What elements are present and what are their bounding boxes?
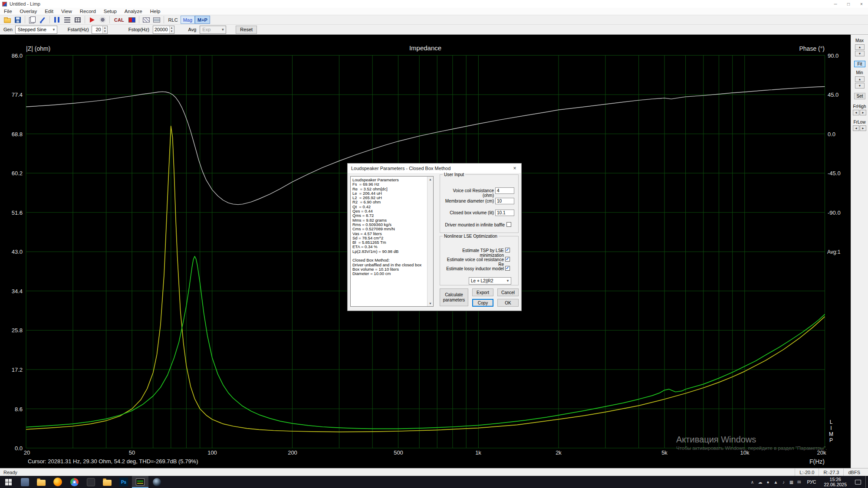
chrome-icon[interactable] (66, 476, 82, 488)
cal-button[interactable]: CAL (112, 16, 127, 24)
min-up-icon[interactable]: ▲ (855, 76, 865, 82)
folder-icon[interactable] (99, 476, 115, 488)
menu-view[interactable]: View (57, 9, 76, 14)
ok-button[interactable]: OK (497, 299, 519, 307)
closed-box-volume-label: Closed box volume (lit) (442, 210, 494, 215)
action-center-icon[interactable] (851, 476, 865, 488)
generator-select[interactable]: Stepped Sine ▼ (15, 26, 57, 34)
menu-setup[interactable]: Setup (100, 9, 121, 14)
minimize-button[interactable]: ─ (829, 0, 842, 8)
spin-up-icon[interactable]: ▲ (170, 26, 174, 30)
cloud-icon[interactable]: ☁ (756, 476, 764, 488)
limp-taskbar-icon[interactable] (132, 476, 148, 488)
list-view-icon[interactable] (62, 15, 72, 24)
estimate-re-checkbox[interactable] (505, 257, 510, 262)
parameters-list[interactable]: Loudspeaker Parameters Fs = 69.96 Hz Re … (350, 176, 434, 307)
f-tick: 500 (394, 449, 403, 456)
set-button[interactable]: Set (854, 93, 865, 99)
closed-box-volume-input[interactable]: 10.1 (495, 210, 514, 216)
record-play-icon[interactable] (87, 15, 97, 24)
photoshop-icon[interactable]: Ps (115, 476, 132, 488)
firefox-icon[interactable] (49, 476, 66, 488)
z-tick: 60.2 (1, 170, 23, 177)
channel-color-icon[interactable] (127, 15, 137, 24)
calculate-parameters-button[interactable]: Calculate parameters (440, 288, 468, 306)
language-indicator[interactable]: РУС (803, 479, 820, 485)
estimate-re-label: Estimate voice coil resistance Re (442, 257, 504, 267)
close-button[interactable]: × (855, 0, 868, 8)
edit-pen-icon[interactable] (37, 15, 48, 24)
avg-value: Exp (202, 27, 210, 32)
volume-icon[interactable]: ♪ (779, 476, 787, 488)
dialog-title-bar[interactable]: Loudspeaker Parameters - Closed Box Meth… (348, 164, 521, 173)
estimate-tsp-checkbox[interactable] (505, 248, 510, 252)
clock[interactable]: 15:26 22.06.2025 (820, 477, 851, 487)
mag-button[interactable]: Mag (181, 16, 195, 24)
spin-up-icon[interactable]: ▲ (103, 26, 107, 30)
parameters-scrollbar[interactable]: ▲ ▼ (427, 177, 433, 306)
mail-icon[interactable]: ✉ (795, 476, 803, 488)
menu-help[interactable]: Help (146, 9, 164, 14)
phase-tick: 90.0 (828, 52, 838, 59)
gear-icon[interactable] (97, 15, 108, 24)
inductor-model-select[interactable]: Le + L2||R2 ▼ (469, 277, 511, 285)
save-icon[interactable] (13, 15, 23, 24)
min-label: Min (851, 70, 868, 75)
copy-button[interactable]: Copy (472, 299, 493, 307)
frhigh-left-icon[interactable]: ◄ (853, 110, 859, 115)
menu-overlay[interactable]: Overlay (16, 9, 41, 14)
start-button[interactable] (0, 476, 16, 488)
membrane-diameter-input[interactable]: 10 (495, 198, 514, 204)
taskbar-app-icon-2[interactable] (82, 476, 99, 488)
scroll-down-icon[interactable]: ▼ (427, 301, 433, 306)
menu-analyze[interactable]: Analyze (121, 9, 146, 14)
hidden-icons-chevron-icon[interactable]: ∧ (748, 476, 756, 488)
dialog-close-icon[interactable]: × (508, 164, 521, 173)
open-icon[interactable] (2, 15, 13, 24)
overlay-lines-icon[interactable] (151, 15, 162, 24)
min-down-icon[interactable]: ▼ (855, 83, 865, 88)
menu-edit[interactable]: Edit (41, 9, 57, 14)
frlow-right-icon[interactable]: ► (860, 125, 866, 131)
f-tick: 2k (556, 449, 562, 456)
update-icon[interactable]: ▲ (772, 476, 779, 488)
level-left-readout: L:-20.0 (795, 468, 819, 476)
frhigh-right-icon[interactable]: ► (860, 110, 866, 115)
export-button[interactable]: Export (472, 288, 493, 296)
maximize-button[interactable]: □ (842, 0, 855, 8)
voice-coil-resistance-input[interactable]: 4 (495, 187, 514, 194)
spin-down-icon[interactable]: ▼ (170, 29, 174, 33)
steam-icon[interactable] (148, 476, 165, 488)
fstart-input[interactable]: 20 ▲▼ (92, 26, 108, 34)
max-down-icon[interactable]: ▼ (855, 51, 865, 56)
scroll-up-icon[interactable]: ▲ (427, 177, 433, 182)
user-input-group-label: User Input (443, 172, 465, 177)
network-icon[interactable]: ▦ (787, 476, 795, 488)
f-tick: 100 (207, 449, 217, 456)
copy-page-icon[interactable] (27, 15, 37, 24)
taskbar-app-icon-1[interactable] (16, 476, 33, 488)
frlow-left-icon[interactable]: ◄ (853, 125, 859, 131)
fstop-input[interactable]: 20000 ▲▼ (153, 26, 174, 34)
fit-button[interactable]: Fit (854, 61, 865, 67)
menu-record[interactable]: Record (76, 9, 100, 14)
spin-down-icon[interactable]: ▼ (103, 29, 107, 33)
mp-button[interactable]: M+P (195, 16, 210, 24)
show-desktop-button[interactable] (865, 476, 868, 488)
menu-file[interactable]: File (0, 9, 16, 14)
reset-button[interactable]: Reset (236, 26, 257, 34)
pause-icon[interactable] (52, 15, 62, 24)
table-view-icon[interactable] (72, 15, 83, 24)
toolbar-separator (25, 16, 25, 23)
security-icon[interactable]: ● (764, 476, 772, 488)
membrane-diameter-label: Membrane diameter (cm) (442, 199, 494, 203)
infinite-baffle-checkbox[interactable] (506, 222, 511, 227)
stripes-icon[interactable] (141, 15, 151, 24)
file-explorer-icon[interactable] (33, 476, 49, 488)
max-up-icon[interactable]: ▲ (855, 44, 865, 50)
fstop-label: Fstop(Hz) (128, 27, 149, 32)
cancel-button[interactable]: Cancel (497, 288, 519, 296)
rlc-button[interactable]: RLC (166, 16, 181, 24)
x-axis-title: F(Hz) (809, 458, 825, 465)
estimate-inductor-checkbox[interactable] (505, 266, 510, 271)
